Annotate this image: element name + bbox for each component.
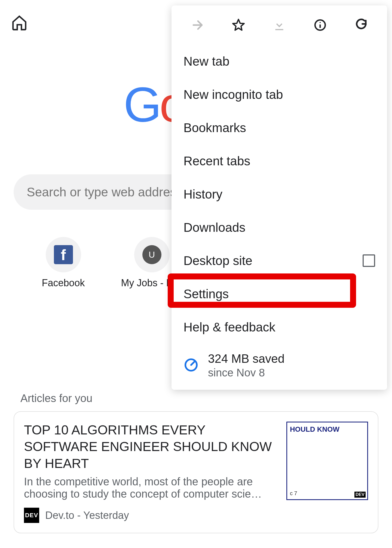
data-saver-icon	[183, 357, 199, 374]
svg-marker-0	[233, 19, 244, 30]
info-icon[interactable]	[312, 17, 328, 33]
reload-icon[interactable]	[353, 17, 369, 33]
data-saved-since: since Nov 8	[208, 367, 284, 379]
facebook-icon: f	[54, 245, 73, 264]
article-thumbnail: HOULD KNOW c 7 DEV	[286, 422, 368, 500]
section-title: Articles for you	[20, 392, 93, 404]
data-saved-amount: 324 MB saved	[208, 352, 284, 366]
menu-help-feedback[interactable]: Help & feedback	[171, 310, 387, 344]
menu-downloads[interactable]: Downloads	[171, 211, 387, 244]
site-initial-icon: U	[142, 245, 161, 264]
menu-settings[interactable]: Settings	[171, 277, 387, 310]
article-source: Dev.to - Yesterday	[45, 510, 129, 521]
overflow-menu: New tab New incognito tab Bookmarks Rece…	[171, 5, 387, 390]
quicklink-label: Facebook	[42, 277, 85, 289]
data-saved-row[interactable]: 324 MB saved since Nov 8	[171, 344, 387, 379]
svg-point-3	[320, 22, 321, 23]
source-badge: DEV	[24, 508, 39, 523]
menu-new-tab[interactable]: New tab	[171, 45, 387, 78]
home-icon[interactable]	[11, 27, 28, 32]
menu-recent-tabs[interactable]: Recent tabs	[171, 144, 387, 178]
desktop-site-checkbox[interactable]	[363, 254, 375, 267]
download-icon[interactable]	[271, 17, 287, 33]
quicklink-facebook[interactable]: f Facebook	[22, 237, 105, 289]
menu-bookmarks[interactable]: Bookmarks	[171, 111, 387, 144]
star-icon[interactable]	[230, 17, 247, 33]
article-title: TOP 10 ALGORITHMS EVERY SOFTWARE ENGINEE…	[24, 422, 280, 472]
menu-desktop-site[interactable]: Desktop site	[171, 244, 387, 277]
menu-new-incognito[interactable]: New incognito tab	[171, 78, 387, 111]
forward-icon[interactable]	[189, 17, 206, 33]
menu-history[interactable]: History	[171, 178, 387, 211]
article-card[interactable]: TOP 10 ALGORITHMS EVERY SOFTWARE ENGINEE…	[14, 411, 378, 533]
article-desc: In the competitive world, most of the pe…	[24, 476, 280, 500]
